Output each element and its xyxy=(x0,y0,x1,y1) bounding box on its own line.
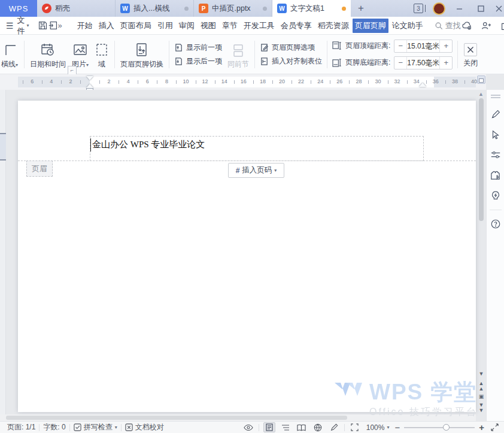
avatar[interactable] xyxy=(433,2,445,15)
show-previous-button[interactable]: 显示前一项 xyxy=(174,43,222,53)
select-cursor-icon[interactable] xyxy=(487,125,504,145)
vertical-scrollbar[interactable]: ▲ ▼ ▲▲ ▣ ▼▼ xyxy=(477,90,485,421)
increment-button[interactable]: + xyxy=(440,58,452,67)
close-button[interactable] xyxy=(494,1,503,16)
divider xyxy=(114,41,115,68)
new-tab-button[interactable]: + xyxy=(351,0,371,17)
save-icon[interactable] xyxy=(38,20,48,32)
word-count[interactable]: 字数: 0 xyxy=(40,422,69,432)
tab-document-insert[interactable]: W 插入...橫线 xyxy=(116,0,194,17)
divider xyxy=(254,41,255,68)
menu-tab-insert[interactable]: 插入 xyxy=(96,19,117,33)
horizontal-scrollbar[interactable] xyxy=(0,414,476,421)
eye-protect-icon[interactable] xyxy=(242,422,254,432)
hamburger-icon[interactable]: ☰ xyxy=(6,21,14,31)
next-page-button[interactable]: ▼▼ xyxy=(477,402,485,413)
menu-tab-section[interactable]: 章节 xyxy=(220,19,240,33)
ruler-tick xyxy=(349,80,350,84)
export-icon[interactable] xyxy=(48,20,58,32)
same-as-previous-button[interactable]: 同前节 xyxy=(224,38,252,71)
decrement-button[interactable]: − xyxy=(394,58,406,67)
increment-button[interactable]: + xyxy=(440,41,452,50)
zoom-in-button[interactable]: + xyxy=(479,422,484,432)
window-count-badge[interactable]: 3 xyxy=(414,4,423,13)
document-viewport[interactable]: 金山办公 WPS 专业毕业论文 页眉 # 插入页码 ▾ ▲ ▼ ▲▲ ▣ ▼▼ xyxy=(0,90,486,421)
menu-tab-dev-tools[interactable]: 开发工具 xyxy=(241,19,277,33)
horizontal-ruler[interactable]: 642246810121416182022242628303234363840 xyxy=(0,74,486,90)
scroll-down-arrow[interactable]: ▼ xyxy=(477,371,485,377)
settings-sliders-icon[interactable] xyxy=(487,145,504,165)
smart-assistant-icon[interactable] xyxy=(487,186,504,206)
fullscreen-icon[interactable] xyxy=(349,422,361,432)
ruler-tick xyxy=(445,80,446,84)
menu-tab-header-footer[interactable]: 页眉页脚 xyxy=(353,19,388,33)
tab-pptx[interactable]: P 中插页.pptx xyxy=(194,0,272,17)
help-icon[interactable] xyxy=(487,214,504,234)
menu-tab-docer-resources[interactable]: 稻壳资源 xyxy=(315,19,351,33)
zoom-slider[interactable] xyxy=(404,427,475,428)
ruler-toggle-icon[interactable] xyxy=(477,75,485,84)
header-footer-options-button[interactable]: 页眉页脚选项 xyxy=(260,43,322,53)
spell-check-toggle[interactable]: 拼写检查 ▾ xyxy=(70,422,121,432)
sidebar-handle[interactable] xyxy=(491,95,500,98)
right-indent-marker[interactable] xyxy=(419,83,426,87)
pen-tool-icon[interactable] xyxy=(487,104,504,125)
tab-docer[interactable]: 稻壳 xyxy=(37,0,116,17)
add-user-icon[interactable] xyxy=(480,20,492,32)
menu-tab-references[interactable]: 引用 xyxy=(155,19,175,33)
horizontal-line-button[interactable]: 橫线▾ xyxy=(0,38,22,71)
field-button[interactable]: 域 xyxy=(92,38,112,71)
insert-page-number-button[interactable]: # 插入页码 ▾ xyxy=(228,163,284,178)
zoom-slider-thumb[interactable] xyxy=(443,424,450,431)
first-line-indent-marker[interactable] xyxy=(86,76,93,80)
ruler-tick xyxy=(23,80,23,84)
file-menu[interactable]: 文件 ▾ xyxy=(17,15,29,37)
date-time-button[interactable]: 日期和时间 xyxy=(27,38,69,71)
menu-tab-review[interactable]: 审阅 xyxy=(177,19,197,33)
edit-pen-icon[interactable] xyxy=(328,422,340,432)
close-header-footer-button[interactable]: 关闭 xyxy=(460,39,481,69)
tab-stop-selector[interactable]: ⌐ xyxy=(68,66,77,75)
menu-tab-home[interactable]: 开始 xyxy=(75,19,95,33)
horizontal-scroll-thumb[interactable] xyxy=(6,416,347,420)
header-top-distance-value[interactable]: 15.01毫米 xyxy=(406,40,440,52)
page-select-button[interactable]: ▣ xyxy=(477,394,485,399)
page-view-icon[interactable] xyxy=(263,422,275,432)
vertical-scroll-thumb[interactable] xyxy=(479,98,484,221)
show-next-button[interactable]: 显示后一项 xyxy=(174,56,222,66)
chevron-down-icon: ▾ xyxy=(115,425,117,430)
decrement-button[interactable]: − xyxy=(394,41,406,50)
cloud-sync-icon[interactable] xyxy=(461,20,473,32)
docer-skin-icon[interactable] xyxy=(487,165,504,186)
toolbar-overflow[interactable]: » xyxy=(58,20,62,32)
tab-current-document[interactable]: W 文字文稿1 xyxy=(272,0,351,17)
page-indicator[interactable]: 页面: 1/1 xyxy=(4,422,39,432)
vertical-ruler[interactable] xyxy=(0,90,6,421)
zoom-out-button[interactable]: − xyxy=(394,422,400,432)
menu-tab-paper-assistant[interactable]: 论文助手 xyxy=(390,19,426,33)
menu-tab-view[interactable]: 视图 xyxy=(198,19,218,33)
footer-bottom-distance-value[interactable]: 17.50毫米 xyxy=(406,57,440,69)
web-layout-icon[interactable] xyxy=(312,422,324,432)
header-footer-switch-button[interactable]: 页眉页脚切换 xyxy=(117,38,166,71)
fit-page-icon[interactable] xyxy=(488,422,500,432)
document-proof-button[interactable]: 文档校对 xyxy=(122,422,168,432)
read-mode-icon[interactable] xyxy=(296,422,308,432)
document-page[interactable]: 金山办公 WPS 专业毕业论文 页眉 # 插入页码 ▾ xyxy=(18,101,476,412)
share-icon[interactable] xyxy=(499,20,504,32)
tab-label: 中插页.pptx xyxy=(212,4,259,14)
insert-alignment-tab-button[interactable]: 插入对齐制表位 xyxy=(260,56,322,66)
menu-tab-membership[interactable]: 会员专享 xyxy=(278,19,314,33)
header-top-distance-spinner: − 15.01毫米 + xyxy=(394,40,453,53)
field-icon xyxy=(95,41,109,57)
header-text[interactable]: 金山办公 WPS 专业毕业论文 xyxy=(92,139,205,150)
maximize-button[interactable] xyxy=(473,1,488,16)
zoom-level[interactable]: 100% ▾ xyxy=(365,423,391,432)
outline-view-icon[interactable] xyxy=(280,422,292,432)
menu-tab-page-layout[interactable]: 页面布局 xyxy=(118,19,154,33)
minimize-button[interactable] xyxy=(451,1,467,16)
search-box[interactable]: 查找 xyxy=(435,20,461,31)
hanging-indent-marker[interactable] xyxy=(86,84,93,88)
scroll-up-arrow[interactable]: ▲ xyxy=(478,91,484,97)
previous-page-button[interactable]: ▲▲ xyxy=(477,381,485,392)
